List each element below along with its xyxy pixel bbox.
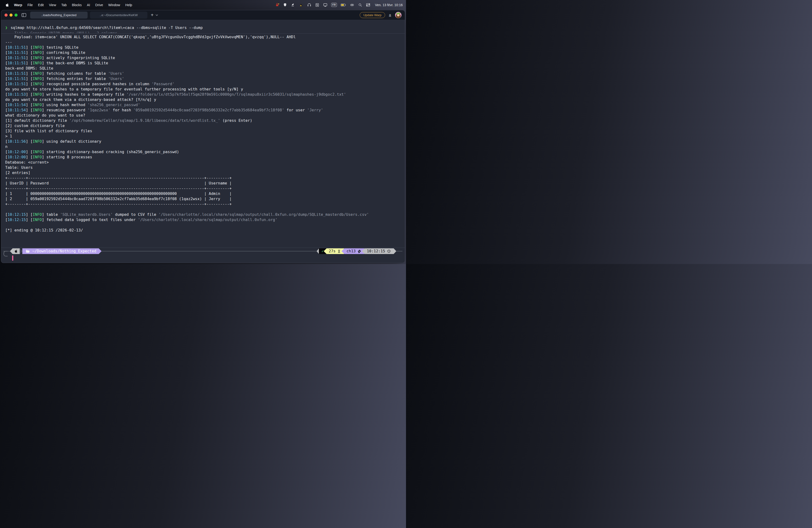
terminal-text-segment: 'Users' [108, 76, 124, 81]
menu-item-drive[interactable]: Drive [92, 3, 106, 7]
terminal-text-segment: +--------+------------------------------… [5, 186, 232, 191]
search-icon[interactable] [358, 3, 362, 8]
terminal-text-segment: [ [5, 155, 8, 159]
terminal-tab-2[interactable]: ..e:~/Documents/dev/KeKW [90, 12, 147, 18]
terminal-text-segment: +--------+------------------------------… [5, 202, 232, 206]
display-icon[interactable] [323, 3, 328, 8]
terminal-text-segment: ] resuming password [42, 108, 88, 112]
terminal-text-segment: [ [5, 108, 8, 112]
terminal-text-segment: ] [ [26, 76, 33, 81]
shield-icon[interactable] [283, 3, 287, 8]
tabs: ..loads/Nothing_Expected..e:~/Documents/… [30, 12, 147, 18]
terminal-text-segment: 10:11:53 [8, 92, 26, 97]
control-center-icon[interactable] [366, 3, 371, 8]
prompt-powerline-left: ~/Downloads/Nothing_Expected [10, 248, 102, 254]
new-tab-icon[interactable]: + [151, 13, 154, 17]
menu-item-file[interactable]: File [25, 3, 35, 7]
terminal-line: | UserID | Password | Username | [5, 181, 404, 186]
terminal-text-segment: ] [ [26, 92, 33, 97]
terminal-text-segment: ] [ [26, 139, 33, 144]
menu-item-blocks[interactable]: Blocks [69, 3, 84, 7]
terminal-tab-1[interactable]: ..loads/Nothing_Expected [30, 12, 88, 18]
terminal-text-segment: ] actively fingerprinting SQLite [42, 56, 115, 60]
input-source-label: FR [331, 3, 337, 7]
terminal-text-segment: ] [ [26, 150, 33, 154]
privacy-warning-icon[interactable] [299, 3, 303, 8]
terminal-text-segment: [ [5, 76, 8, 81]
apple-menu-icon[interactable] [5, 3, 10, 7]
terminal-text-segment: INFO [33, 76, 42, 81]
terminal-line: [2] custom dictionary file [5, 123, 404, 129]
terminal-area[interactable]: ❯sqlmap http://chall.0xfun.org:64569/sea… [1, 20, 405, 263]
menu-item-window[interactable]: Window [106, 3, 123, 7]
terminal-text-segment: +--------+------------------------------… [5, 176, 232, 180]
terminal-text-segment: (press Enter) [220, 118, 252, 123]
terminal-line: [10:11:51] [INFO] actively fingerprintin… [5, 55, 404, 60]
terminal-text-segment: ] [ [26, 155, 33, 159]
terminal-text-segment: 10:12:00 [8, 150, 26, 154]
terminal-text-segment: 10:11:51 [8, 82, 26, 86]
terminal-text-segment: > 1 [5, 134, 12, 138]
minimize-button[interactable] [10, 14, 13, 17]
menu-item-view[interactable]: View [46, 3, 59, 7]
app-lock-icon[interactable] [275, 3, 279, 8]
download-update-icon[interactable]: ± [389, 13, 391, 17]
prompt-powerline-right: ✓ 27s ch13 10:12:15 [317, 248, 396, 254]
menu-item-warp[interactable]: Warp [11, 3, 25, 7]
duration-value: 27s [329, 249, 336, 254]
terminal-text-segment: 10:11:51 [8, 45, 26, 49]
terminal-text-segment: 10:12:00 [8, 155, 26, 159]
cwd-segment: ~/Downloads/Nothing_Expected [22, 248, 99, 254]
menubar-clock[interactable]: Ven. 13 févr. 10:16 [375, 3, 403, 7]
terminal-line: [2 entries] [5, 170, 404, 175]
chevron-down-icon[interactable] [156, 14, 158, 16]
prompt-block-separator [1, 248, 405, 248]
terminal-text-segment: ] [ [26, 82, 33, 86]
terminal-text-segment: INFO [33, 150, 42, 154]
segment-gap-arrow [20, 248, 22, 254]
terminal-text-segment: 10:12:15 [8, 218, 26, 222]
zoom-button[interactable] [14, 14, 17, 17]
link-icon[interactable] [350, 3, 354, 8]
terminal-line: [10:11:51] [INFO] recognized possible pa… [5, 82, 404, 87]
env-tag: ch13 [346, 249, 356, 254]
terminal-text-segment: 10:11:51 [8, 61, 26, 65]
terminal-line: [3] file with list of dictionary files [5, 129, 404, 134]
terminal-text-segment: ] using hash method [42, 103, 88, 107]
terminal-text-segment: | UserID | Password | Username | [5, 181, 232, 186]
menu-item-edit[interactable]: Edit [35, 3, 46, 7]
notion-icon[interactable] [315, 3, 319, 8]
terminal-text-segment: ] writing hashes to a temporary file [42, 92, 126, 97]
avatar[interactable] [395, 12, 402, 18]
terminal-text-segment: 10:11:56 [8, 139, 26, 144]
terminal-text-segment: ] table [42, 212, 60, 217]
menu-item-help[interactable]: Help [123, 3, 135, 7]
window-controls [4, 14, 17, 17]
menu-item-tab[interactable]: Tab [59, 3, 69, 7]
battery-icon[interactable] [340, 3, 346, 8]
input-source-flag[interactable]: FR [331, 3, 337, 8]
terminal-text-segment: ] [ [26, 218, 33, 222]
status-icons: FR [275, 3, 371, 8]
terminal-line: [10:11:51] [INFO] the back-end DBMS is S… [5, 60, 404, 66]
terminal-line [5, 222, 404, 228]
terminal-text-segment: ] [ [26, 71, 33, 76]
terminal-line: [10:12:00] [INFO] starting dictionary-ba… [5, 149, 404, 155]
terminal-line: [10:12:15] [INFO] fetched data logged to… [5, 217, 404, 222]
terminal-text-segment: for hash [111, 108, 133, 112]
terminal-text-segment: ] [ [26, 108, 33, 112]
close-button[interactable] [4, 14, 8, 17]
terminal-line: [10:11:53] [INFO] writing hashes to a te… [5, 92, 404, 97]
sidebar-toggle-icon[interactable] [21, 13, 26, 17]
terminal-text-segment: ] [ [26, 103, 33, 107]
terminal-line: do you want to store hashes to a tempora… [5, 87, 404, 92]
terminal-text-segment: 'sha256_generic_passwd' [88, 103, 140, 107]
terminal-line: [10:11:54] [INFO] using hash method 'sha… [5, 102, 404, 107]
headphones-icon[interactable] [307, 3, 311, 8]
terminal-text-segment: ] confirming SQLite [42, 50, 85, 55]
terminal-text-segment: INFO [33, 139, 42, 144]
hand-leaf-icon[interactable] [291, 3, 295, 8]
menu-item-ai[interactable]: AI [84, 3, 92, 7]
terminal-line: --- [5, 40, 404, 45]
update-warp-button[interactable]: Update Warp [360, 12, 385, 18]
